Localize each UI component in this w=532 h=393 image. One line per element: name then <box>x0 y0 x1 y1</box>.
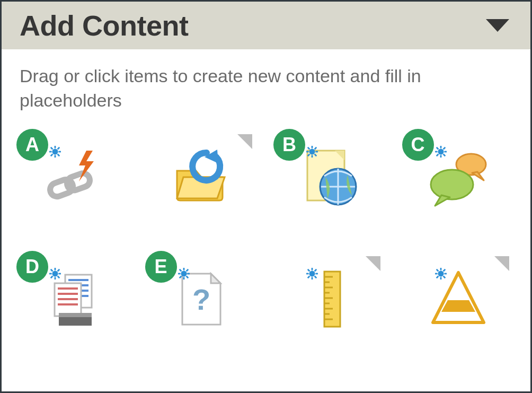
gear-icon <box>306 146 318 158</box>
svg-line-45 <box>58 269 60 272</box>
svg-line-7 <box>58 147 60 150</box>
tile-pyramid-tool[interactable] <box>405 254 511 344</box>
svg-line-20 <box>315 147 317 150</box>
svg-rect-10 <box>65 171 92 192</box>
tile-ruler-tool[interactable] <box>277 254 383 344</box>
pyramid-icon <box>421 262 495 336</box>
svg-line-67 <box>179 276 181 278</box>
tile-web-page[interactable]: B <box>277 132 383 222</box>
svg-rect-58 <box>59 313 92 317</box>
svg-line-31 <box>443 154 445 156</box>
collapse-caret-icon[interactable] <box>486 19 509 32</box>
panel-title: Add Content <box>20 9 188 42</box>
gear-icon <box>435 146 447 158</box>
tile-link-tool[interactable]: A <box>20 132 126 222</box>
svg-line-21 <box>308 154 310 156</box>
corner-flag-icon <box>366 256 380 271</box>
corner-flag-icon <box>494 256 509 271</box>
panel-header: Add Content <box>2 2 530 49</box>
svg-marker-69 <box>211 274 220 283</box>
svg-point-0 <box>52 149 58 154</box>
svg-text:?: ? <box>192 283 210 316</box>
open-folder-icon <box>164 140 238 214</box>
svg-marker-35 <box>472 172 484 180</box>
svg-line-76 <box>308 269 310 272</box>
svg-line-44 <box>58 276 60 278</box>
svg-line-65 <box>186 276 188 278</box>
tile-blank-question[interactable]: E ? <box>148 254 254 344</box>
ruler-icon <box>292 262 367 336</box>
svg-point-36 <box>431 170 473 199</box>
svg-point-25 <box>438 149 444 154</box>
svg-line-30 <box>436 147 438 150</box>
svg-rect-57 <box>59 316 92 326</box>
svg-marker-37 <box>435 195 450 206</box>
svg-point-71 <box>309 270 315 276</box>
gear-icon <box>178 268 190 280</box>
add-content-panel: Add Content Drag or click items to creat… <box>0 0 532 393</box>
svg-line-32 <box>443 147 445 150</box>
badge-d: D <box>16 251 48 283</box>
svg-line-66 <box>186 269 188 272</box>
gear-icon <box>49 268 61 280</box>
svg-point-38 <box>52 270 58 276</box>
gear-icon <box>306 268 318 280</box>
badge-b: B <box>273 129 305 161</box>
panel-body: Drag or click items to create new conten… <box>2 49 530 391</box>
content-tile-grid: A <box>20 132 512 344</box>
gear-icon <box>49 146 61 158</box>
svg-line-6 <box>58 154 60 156</box>
svg-line-98 <box>436 276 438 278</box>
badge-a: A <box>16 129 48 161</box>
svg-line-96 <box>443 276 445 278</box>
instructions-text: Drag or click items to create new conten… <box>20 64 512 113</box>
svg-point-13 <box>309 149 315 154</box>
svg-rect-80 <box>324 272 340 327</box>
svg-line-77 <box>315 276 317 278</box>
svg-marker-100 <box>441 300 475 312</box>
svg-line-97 <box>443 269 445 272</box>
svg-line-64 <box>179 269 181 272</box>
svg-line-46 <box>51 276 53 278</box>
tile-assessment-paper[interactable]: D <box>20 254 126 344</box>
svg-line-18 <box>308 147 310 150</box>
svg-line-95 <box>436 269 438 272</box>
svg-marker-99 <box>433 273 484 322</box>
svg-line-79 <box>308 276 310 278</box>
svg-line-43 <box>51 269 53 272</box>
tile-discussion[interactable]: C <box>405 132 511 222</box>
svg-point-59 <box>181 270 187 276</box>
svg-point-90 <box>438 270 444 276</box>
svg-line-19 <box>315 154 317 156</box>
svg-line-33 <box>436 154 438 156</box>
gear-icon <box>435 268 447 280</box>
corner-flag-icon <box>237 134 252 149</box>
svg-line-8 <box>51 154 53 156</box>
svg-line-78 <box>315 269 317 272</box>
badge-c: C <box>402 129 434 161</box>
svg-line-5 <box>51 147 53 150</box>
tile-open-folder[interactable] <box>148 132 254 222</box>
badge-e: E <box>145 251 177 283</box>
